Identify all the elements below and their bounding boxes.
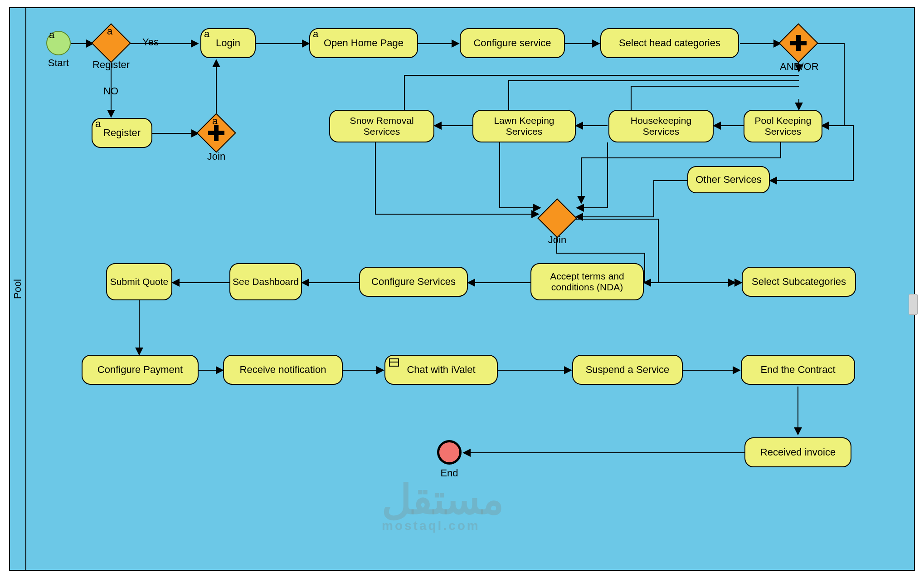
task-configure-service[interactable]: Configure service [460,28,565,58]
start-label: Start [44,57,73,69]
task-label: Submit Quote [110,276,168,287]
task-received-invoice[interactable]: Received invoice [744,437,851,467]
task-pool[interactable]: Pool Keeping Services [744,110,822,142]
task-label: Configure service [473,37,551,49]
task-chat[interactable]: Chat with iValet [384,355,498,385]
gateway-join1-label: Join [205,151,228,162]
task-configure-payment[interactable]: Configure Payment [82,355,199,385]
edge-label-yes: Yes [142,36,159,48]
annotation-mark: a [107,25,112,37]
annotation-mark: a [49,29,54,41]
gateway-register-label: Register [92,59,130,71]
task-select-subcategories[interactable]: Select Subcategories [742,267,856,297]
task-register[interactable]: a Register [92,118,152,148]
task-label: Register [103,127,141,138]
watermark-main: مستقل [382,477,504,522]
task-label: Received invoice [760,446,836,458]
task-login[interactable]: a Login [200,28,256,58]
task-label: See Dashboard [233,276,299,287]
annotation-mark: a [95,118,101,129]
task-label: Lawn Keeping Services [475,115,573,137]
task-label: Select head categories [619,37,720,49]
task-label: Suspend a Service [586,364,670,375]
task-label: Configure Payment [97,364,183,375]
task-label: Receive notification [240,364,326,375]
gateway-register[interactable]: a [97,29,125,57]
task-label: Housekeeping Services [611,115,711,137]
task-end-contract[interactable]: End the Contract [741,355,855,385]
resize-handle[interactable] [909,294,918,315]
task-label: Accept terms and conditions (NDA) [533,271,641,293]
edge-label-no: NO [103,85,118,97]
plus-icon [784,29,812,57]
task-label: Open Home Page [324,37,404,49]
end-event[interactable] [437,440,462,465]
watermark: مستقل mostaql.com [382,475,504,533]
gateway-andor-label: AND/OR [780,61,818,73]
task-accept-terms[interactable]: Accept terms and conditions (NDA) [530,263,644,300]
task-lawn[interactable]: Lawn Keeping Services [472,110,576,142]
start-event[interactable]: a [46,31,71,55]
task-house[interactable]: Housekeeping Services [608,110,714,142]
table-icon [389,358,399,367]
task-label: Configure Services [371,276,456,287]
task-see-dashboard[interactable]: See Dashboard [229,263,302,300]
task-label: Other Services [695,174,762,185]
annotation-mark: a [313,28,318,39]
gateway-andor[interactable] [784,29,812,57]
task-label: Chat with iValet [407,364,475,375]
task-submit-quote[interactable]: Submit Quote [106,263,172,300]
task-configure-services[interactable]: Configure Services [359,267,468,297]
gateway-join2-label: Join [546,234,569,246]
pool[interactable]: Pool [9,7,915,571]
task-open-home[interactable]: a Open Home Page [309,28,418,58]
bpmn-canvas: Pool [0,0,924,578]
task-label: Select Subcategories [752,276,846,287]
task-receive-notification[interactable]: Receive notification [223,355,343,385]
task-label: Login [216,37,240,49]
task-other[interactable]: Other Services [687,166,770,193]
task-label: Pool Keeping Services [746,115,820,137]
task-label: Snow Removal Services [332,115,432,137]
annotation-mark: a [204,28,209,39]
gateway-join1[interactable]: a [202,119,230,147]
task-snow[interactable]: Snow Removal Services [329,110,434,142]
task-select-head[interactable]: Select head categories [600,28,739,58]
task-suspend[interactable]: Suspend a Service [572,355,683,385]
gateway-join2[interactable] [543,204,571,232]
annotation-mark: a [212,115,218,127]
task-label: End the Contract [760,364,835,375]
